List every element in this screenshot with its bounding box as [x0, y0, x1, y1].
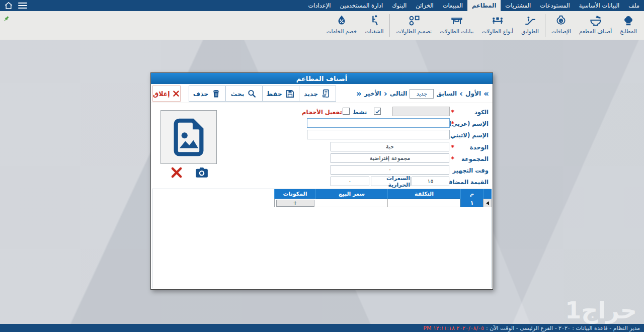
price-cell[interactable]	[315, 199, 387, 207]
search-icon	[247, 89, 257, 99]
last-record-chevron-icon[interactable]: «	[356, 90, 362, 98]
table-header-row: م التكلفة سعر البيع المكونات	[274, 189, 492, 199]
vat-input[interactable]	[412, 177, 449, 186]
ribbon-toolbar: المطابخ أصناف المطعم الإضافات الطوابق	[0, 11, 644, 40]
prev-record-chevron-icon[interactable]: ›	[459, 90, 463, 98]
camera-icon[interactable]	[194, 165, 209, 180]
save-button-label: حفظ	[266, 90, 282, 98]
picture-file-icon	[170, 116, 208, 159]
active-checkbox[interactable]	[374, 108, 381, 115]
vat-label: القيمة المضافة	[445, 179, 489, 186]
ribbon-item-materials-discount[interactable]: خصم الخامات	[323, 12, 361, 34]
home-icon[interactable]	[4, 1, 13, 10]
dialog-title: أصناف المطاعم	[151, 73, 493, 84]
tab-file[interactable]: ملف	[624, 0, 644, 11]
prices-table: م التكلفة سعر البيع المكونات ١ +	[274, 189, 492, 207]
check-icon	[375, 109, 380, 114]
active-checkbox-label: نشط	[353, 109, 367, 116]
tab-warehouses[interactable]: المستودعات	[535, 0, 574, 11]
menu-bar: ملف البيانات الأساسية المستودعات المشتري…	[0, 0, 644, 11]
ribbon-item-additions[interactable]: الإضافات	[547, 12, 575, 34]
ribbon-item-label: الشفتات	[365, 28, 383, 34]
components-cell: +	[274, 199, 315, 207]
tab-settings[interactable]: الإعدادات	[303, 0, 335, 11]
hamburger-menu-icon[interactable]	[18, 3, 27, 9]
ribbon-item-restaurant-items[interactable]: أصناف المطعم	[575, 12, 616, 34]
tab-banks[interactable]: البنوك	[387, 0, 411, 11]
tab-safes[interactable]: الخزائن	[411, 0, 438, 11]
enable-sizes-checkbox[interactable]	[343, 108, 350, 115]
pin-icon[interactable]	[3, 15, 10, 23]
code-required-marker: *	[451, 108, 454, 116]
shifts-icon	[368, 14, 381, 27]
ribbon-item-label: بيانات الطاولات	[440, 28, 474, 34]
workspace: أصناف المطاعم » الأول › السابق التالى ‹ …	[0, 40, 644, 324]
ribbon-item-label: الإضافات	[551, 28, 571, 34]
window-controls	[0, 0, 31, 11]
close-button[interactable]: إغلاق	[152, 86, 181, 102]
trash-icon	[211, 89, 221, 99]
first-record-chevron-icon[interactable]: »	[484, 90, 489, 98]
search-button[interactable]: بحث	[225, 86, 263, 102]
name-latin-label: الإسم (لاتيني)	[448, 132, 489, 139]
ribbon-item-label: خصم الخامات	[327, 28, 357, 34]
watermark: حراج1	[565, 297, 637, 324]
col-header-components: المكونات	[274, 189, 315, 199]
ribbon-item-label: تصميم الطاولات	[396, 28, 431, 34]
group-required-marker: *	[451, 155, 454, 162]
ribbon-item-label: أنواع الطاولات	[481, 28, 513, 34]
status-bar: مدير النظام - قاعدة البيانات : ٢٠٢٠ - ال…	[0, 324, 644, 332]
cost-cell[interactable]	[387, 199, 460, 207]
name-arabic-input[interactable]	[307, 118, 450, 128]
item-image-placeholder[interactable]	[160, 110, 217, 164]
unit-required-marker: *	[451, 143, 454, 151]
row-marker-cell	[483, 199, 492, 207]
table-row: ١ +	[274, 199, 492, 207]
action-buttons: حذف بحث	[189, 86, 336, 102]
tab-purchases[interactable]: المشتريات	[501, 0, 535, 11]
next-record-chevron-icon[interactable]: ‹	[384, 90, 387, 98]
save-button[interactable]: حفظ	[262, 86, 299, 102]
new-document-icon	[320, 89, 331, 99]
next-record-button[interactable]: التالى	[390, 90, 408, 97]
ribbon-item-table-types[interactable]: أنواع الطاولات	[477, 12, 517, 34]
record-position-input[interactable]	[410, 89, 434, 99]
tab-basic-data[interactable]: البيانات الأساسية	[575, 0, 624, 11]
tab-sales[interactable]: المبيعات	[438, 0, 467, 11]
first-record-button[interactable]: الأول	[465, 90, 481, 97]
add-components-button[interactable]: +	[276, 200, 314, 207]
name-latin-input[interactable]	[307, 130, 450, 139]
table-types-icon	[491, 14, 504, 27]
ribbon-item-floors[interactable]: الطوابق	[517, 12, 543, 34]
calories-label: السعرات الحرارية	[371, 177, 411, 186]
ribbon-item-shifts[interactable]: الشفتات	[361, 12, 387, 34]
menu-tabs: ملف البيانات الأساسية المستودعات المشتري…	[301, 0, 644, 11]
table-design-icon	[408, 14, 421, 27]
ribbon-item-table-data[interactable]: بيانات الطاولات	[436, 12, 478, 34]
group-input[interactable]	[331, 153, 449, 163]
col-header-cost: التكلفة	[387, 189, 460, 199]
calories-input[interactable]	[331, 177, 369, 186]
search-button-label: بحث	[231, 90, 245, 98]
status-info: مدير النظام - قاعدة البيانات : ٢٠٢٠ - ال…	[486, 325, 640, 331]
remove-image-icon[interactable]	[170, 166, 183, 179]
ribbon-item-kitchens[interactable]: المطابخ	[616, 12, 641, 34]
ribbon-item-label: الطوابق	[521, 28, 539, 34]
last-record-button[interactable]: الأخير	[364, 90, 381, 97]
group-label: المجموعة	[461, 155, 489, 162]
unit-input[interactable]	[331, 142, 449, 151]
new-button-label: جديد	[304, 90, 318, 98]
app-window: ملف البيانات الأساسية المستودعات المشتري…	[0, 0, 644, 332]
col-header-price: سعر البيع	[315, 189, 387, 199]
restaurant-items-dialog: أصناف المطاعم » الأول › السابق التالى ‹ …	[150, 72, 493, 290]
ribbon-item-table-design[interactable]: تصميم الطاولات	[392, 12, 435, 34]
delete-button[interactable]: حذف	[189, 86, 226, 102]
prep-time-input[interactable]	[331, 165, 449, 175]
tab-restaurants[interactable]: المطاعم	[467, 0, 501, 11]
tab-user-management[interactable]: ادارة المستخدمين	[335, 0, 387, 11]
name-arabic-required-marker: *	[451, 120, 454, 127]
new-button[interactable]: جديد	[299, 86, 336, 102]
prev-record-button[interactable]: السابق	[436, 90, 457, 97]
ribbon-item-label: المطابخ	[620, 28, 637, 34]
delete-button-label: حذف	[193, 90, 209, 98]
